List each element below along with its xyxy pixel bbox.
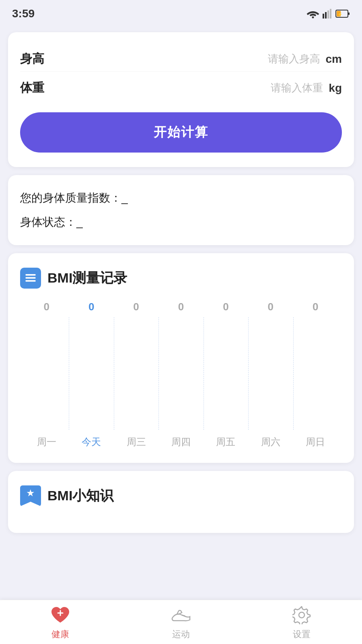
bmi-result-line: 您的身体质量指数：_ [20,190,342,206]
height-label: 身高 [20,51,44,67]
list-svg [25,272,37,284]
chart-col-today: 0 今天 [69,301,113,448]
svg-point-15 [299,612,304,618]
chart-value-wed: 0 [133,301,139,313]
chart-col-fri: 0 周五 [204,301,248,448]
nav-health[interactable]: 健康 [0,604,121,640]
height-row: 身高 请输入身高 cm [20,47,342,72]
chart-value-today: 0 [88,301,94,313]
signal-icon [323,9,332,19]
chart-value-mon: 0 [43,301,49,313]
weight-label: 体重 [20,80,44,96]
chart-day-mon: 周一 [37,436,56,448]
bmi-knowledge-title: BMI小知识 [47,487,113,505]
weight-row: 体重 请输入体重 kg [20,76,342,100]
calc-button[interactable]: 开始计算 [20,112,342,153]
input-card: 身高 请输入身高 cm 体重 请输入体重 kg 开始计算 [8,32,354,167]
status-bar: 3:59 ⚡ [0,0,362,24]
chart-col-mon: 0 周一 [24,301,69,448]
gear-icon [292,606,311,624]
settings-icon-wrap [291,604,313,626]
chart-bar-today [69,317,113,430]
chart-col-sun: 0 周日 [293,301,338,448]
height-placeholder: 请输入身高 [268,52,320,66]
chart-bar-thu [158,317,203,430]
bookmark-icon: ★ [20,485,41,506]
chart-day-sat: 周六 [261,436,280,448]
chart-day-today: 今天 [82,436,101,448]
svg-rect-2 [325,12,327,19]
chart-col-wed: 0 周三 [114,301,158,448]
list-icon [20,268,41,289]
chart-bar-wed [114,317,158,430]
svg-rect-1 [323,14,324,19]
bmi-knowledge-header: ★ BMI小知识 [20,485,342,506]
result-card: 您的身体质量指数：_ 身体状态：_ [8,175,354,245]
svg-rect-10 [26,277,36,279]
bmi-record-card: BMI测量记录 0 周一 0 今天 0 周三 0 周四 [8,253,354,463]
status-result-line: 身体状态：_ [20,214,342,231]
chart-bar-sat [248,317,293,430]
bmi-knowledge-card: ★ BMI小知识 [8,471,354,533]
chart-value-fri: 0 [223,301,228,313]
chart-value-sun: 0 [313,301,318,313]
height-input-right: 请输入身高 cm [268,52,342,66]
weight-unit: kg [329,82,342,95]
exercise-icon-wrap [170,604,192,626]
chart-col-sat: 0 周六 [248,301,293,448]
chart-bar-mon [24,317,69,430]
chart-value-thu: 0 [178,301,184,313]
chart-bar-fri [204,317,248,430]
bmi-record-header: BMI测量记录 [20,268,342,289]
bmi-chart: 0 周一 0 今天 0 周三 0 周四 0 周五 [20,301,342,448]
chart-value-sat: 0 [268,301,274,313]
height-unit: cm [326,53,342,66]
svg-point-0 [312,17,314,19]
bmi-record-title: BMI测量记录 [47,269,127,287]
nav-exercise[interactable]: 运动 [121,604,241,640]
nav-settings-label: 设置 [293,628,311,640]
svg-rect-4 [330,9,331,19]
wifi-icon [306,9,319,19]
health-icon-wrap [49,604,71,626]
chart-day-wed: 周三 [127,436,146,448]
nav-settings[interactable]: 设置 [241,604,362,640]
nav-exercise-label: 运动 [172,628,190,640]
nav-health-label: 健康 [51,628,69,640]
svg-rect-11 [26,280,36,282]
bottom-nav: 健康 运动 设置 [0,600,362,644]
weight-input-right: 请输入体重 kg [271,81,342,95]
status-time: 3:59 [12,7,35,20]
star-icon: ★ [26,487,35,499]
battery-icon: ⚡ [335,9,350,19]
svg-rect-3 [327,10,329,19]
chart-col-thu: 0 周四 [158,301,203,448]
shoe-icon [171,607,191,623]
svg-text:⚡: ⚡ [337,12,343,17]
heart-plus-icon [50,606,71,624]
chart-bar-sun [293,317,338,430]
chart-day-thu: 周四 [171,436,191,448]
main-content: 身高 请输入身高 cm 体重 请输入体重 kg 开始计算 您的身体质量指数：_ … [0,24,362,581]
status-icons: ⚡ [306,9,350,19]
svg-rect-6 [348,12,350,15]
chart-day-fri: 周五 [216,436,235,448]
svg-rect-9 [26,274,36,276]
weight-placeholder: 请输入体重 [271,81,323,95]
chart-day-sun: 周日 [306,436,325,448]
